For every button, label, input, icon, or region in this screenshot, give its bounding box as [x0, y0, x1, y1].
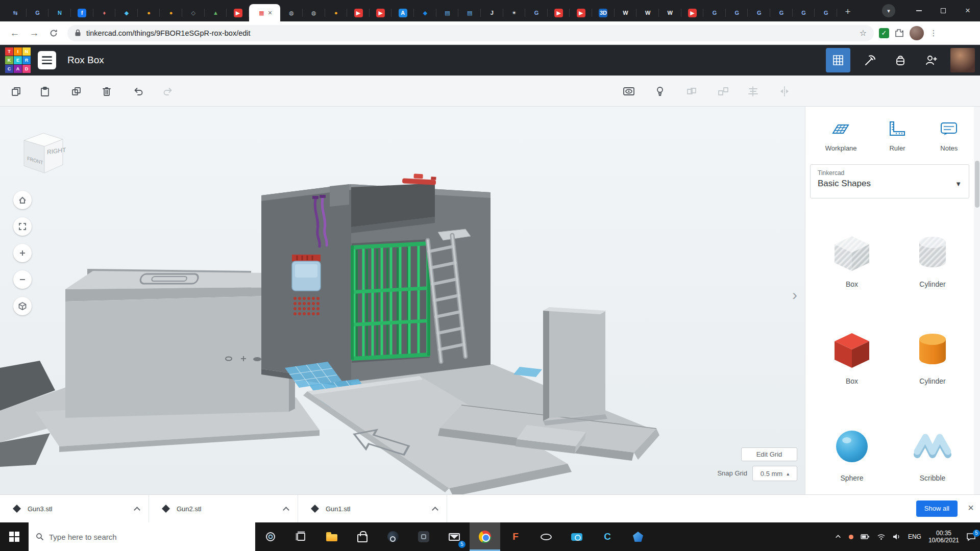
download-item[interactable]: Gun2.stl — [149, 495, 298, 522]
shape-tile-cylinder-striped[interactable]: Cylinder — [909, 228, 956, 288]
browser-tab[interactable]: A × — [391, 4, 414, 21]
zoom-in-button[interactable] — [13, 244, 32, 262]
shape-tile-cylinder-orange[interactable]: Cylinder — [909, 325, 956, 385]
taskbar-clock[interactable]: 00:35 10/06/2021 — [928, 530, 959, 544]
cortana-button[interactable] — [255, 522, 286, 551]
browser-tab[interactable]: G × — [815, 4, 837, 21]
browser-tab[interactable]: ▶ × — [548, 4, 570, 21]
browser-tab[interactable]: G × — [793, 4, 815, 21]
model-red-beam[interactable] — [402, 173, 436, 185]
start-button[interactable] — [0, 522, 29, 551]
workplane-tool[interactable]: Workplane — [825, 118, 857, 152]
taskbar-app[interactable]: F — [500, 522, 531, 551]
download-item[interactable]: Gun1.stl — [298, 495, 447, 522]
show-all-downloads-button[interactable]: Show all — [916, 500, 958, 517]
browser-tab[interactable]: 3D × — [592, 4, 615, 21]
shape-tile-box-striped[interactable]: Box — [828, 228, 875, 288]
panel-scrollbar[interactable] — [974, 107, 980, 494]
brick-export-button[interactable] — [889, 49, 912, 71]
ruler-tool[interactable]: Ruler — [886, 118, 909, 152]
download-menu-chevron-icon[interactable] — [134, 507, 140, 513]
show-all-hidden-button[interactable] — [619, 83, 639, 100]
url-omnibox[interactable]: tinkercad.com/things/9FBOR1eSGpR-rox-box… — [67, 25, 874, 41]
downloads-bar-close-icon[interactable]: × — [968, 502, 974, 514]
browser-tab[interactable]: W × — [659, 4, 681, 21]
browser-tab[interactable]: N × — [48, 4, 71, 21]
copy-button[interactable] — [6, 83, 27, 100]
browser-tab[interactable]: ● × — [325, 4, 348, 21]
extension-check-icon[interactable]: ✓ — [879, 28, 889, 38]
taskbar-app[interactable] — [561, 522, 592, 551]
download-menu-chevron-icon[interactable] — [283, 507, 289, 513]
taskbar-search[interactable] — [29, 522, 255, 551]
browser-tab[interactable]: f × — [71, 4, 93, 21]
browser-tab[interactable]: ▶ × — [347, 4, 370, 21]
browser-tab[interactable]: ▤ × — [436, 4, 459, 21]
taskbar-app[interactable]: C — [592, 522, 623, 551]
window-close-button[interactable]: × — [955, 0, 980, 21]
window-maximize-button[interactable] — [931, 0, 955, 21]
edit-grid-button[interactable]: Edit Grid — [741, 447, 797, 461]
browser-tab[interactable]: ◍ × — [303, 4, 325, 21]
volume-icon[interactable] — [893, 533, 901, 540]
taskbar-app[interactable]: 5 — [439, 522, 470, 551]
minecraft-export-button[interactable] — [859, 49, 881, 71]
design-title[interactable]: Rox Box — [67, 55, 104, 66]
editor-3d-viewport[interactable]: FRONT RIGHT Edit Grid Snap Grid 0.5 mm ▴… — [0, 107, 805, 494]
browser-tab[interactable]: ◍ × — [280, 4, 303, 21]
browser-tab[interactable]: J × — [481, 4, 503, 21]
taskbar-app[interactable] — [316, 522, 347, 551]
panel-collapse-chevron[interactable]: › — [792, 286, 797, 304]
browser-tab[interactable]: G × — [27, 4, 49, 21]
design-menu-button[interactable] — [38, 51, 56, 69]
new-tab-button[interactable]: + — [840, 4, 855, 19]
tab-close-icon[interactable]: × — [268, 9, 272, 17]
browser-tab[interactable]: ◆ × — [115, 4, 138, 21]
duplicate-button[interactable] — [66, 83, 87, 100]
browser-tab[interactable]: ▶ × — [570, 4, 592, 21]
model-green-cage[interactable] — [351, 241, 430, 361]
mirror-button[interactable] — [774, 83, 795, 100]
wifi-icon[interactable] — [877, 533, 886, 540]
tray-expand-chevron-icon[interactable] — [835, 533, 842, 540]
window-minimize-button[interactable] — [906, 0, 931, 21]
browser-tab[interactable]: ▲ × — [205, 4, 227, 21]
browser-tab[interactable]: G × — [726, 4, 748, 21]
forward-button[interactable]: → — [24, 23, 44, 43]
group-button[interactable] — [681, 83, 702, 100]
notes-tool[interactable]: Notes — [938, 118, 960, 152]
taskbar-app[interactable] — [378, 522, 408, 551]
browser-tab[interactable]: ✴ × — [503, 4, 526, 21]
browser-tab[interactable]: ▶ × — [370, 4, 392, 21]
shapes-grid-button[interactable] — [826, 48, 850, 72]
model-right-wall[interactable] — [543, 307, 607, 425]
shape-tile-scribble[interactable]: Scribble — [909, 422, 956, 482]
perspective-toggle-button[interactable] — [13, 297, 32, 315]
browser-tab[interactable]: G × — [748, 4, 770, 21]
extensions-puzzle-icon[interactable] — [894, 28, 904, 38]
taskbar-app[interactable] — [531, 522, 561, 551]
task-view-button[interactable] — [286, 522, 316, 551]
tray-app-dot-icon[interactable] — [849, 535, 853, 539]
browser-tab[interactable]: ● × — [160, 4, 182, 21]
browser-tab[interactable]: W × — [636, 4, 659, 21]
taskbar-app[interactable] — [347, 522, 378, 551]
back-button[interactable]: ← — [5, 23, 24, 43]
view-cube[interactable]: FRONT RIGHT — [19, 128, 66, 175]
panel-scrollbar-thumb[interactable] — [975, 161, 979, 208]
model-building-left[interactable] — [65, 269, 295, 418]
zoom-out-button[interactable] — [13, 270, 32, 289]
tab-search-button[interactable]: ▾ — [882, 4, 895, 17]
browser-tab[interactable]: ▦ × — [249, 4, 280, 21]
delete-button[interactable] — [96, 83, 117, 100]
browser-tab[interactable]: ♦ × — [93, 4, 116, 21]
action-center-button[interactable]: 5 — [966, 533, 976, 541]
taskbar-app[interactable] — [408, 522, 439, 551]
browser-profile-avatar[interactable] — [910, 26, 924, 40]
fit-view-button[interactable] — [13, 217, 32, 236]
redo-button[interactable] — [158, 83, 178, 100]
home-view-button[interactable] — [13, 191, 32, 209]
browser-menu-icon[interactable]: ⋮ — [929, 29, 938, 38]
snap-grid-dropdown[interactable]: 0.5 mm ▴ — [752, 466, 797, 481]
browser-tab[interactable]: ◇ × — [182, 4, 205, 21]
